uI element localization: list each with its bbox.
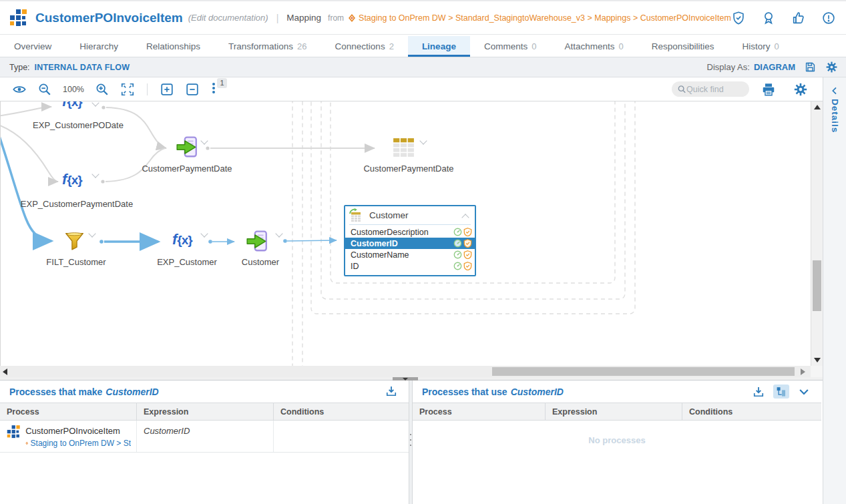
column-header-expression[interactable]: Expression [137,403,274,420]
fit-to-screen-icon[interactable] [120,82,135,97]
node-filt-customer-icon[interactable] [64,231,85,254]
horizontal-scrollbar[interactable] [0,366,811,377]
export-download-icon[interactable] [385,385,398,398]
node-label: EXP_Customer [157,257,217,267]
page-title: CustomerPOInvoiceItem [35,11,183,25]
resource-diamond-icon [25,440,28,447]
quick-find-input[interactable] [686,85,744,94]
tab-attachments[interactable]: Attachments0 [550,36,637,57]
field-row-customerid[interactable]: CustomerID [345,238,475,249]
node-exp-customerpodate-icon[interactable]: f{x} [62,101,82,110]
column-header-expression[interactable]: Expression [546,403,682,420]
divider-drag-dots [410,434,411,446]
scroll-up-arrow[interactable] [814,105,821,109]
scroll-left-arrow[interactable] [3,368,7,375]
alert-circle-icon[interactable] [821,11,836,25]
field-row-customerdescription[interactable]: CustomerDescription [345,226,475,238]
expand-all-icon[interactable] [160,82,174,97]
tab-history[interactable]: History0 [728,36,793,57]
table-icon [349,208,363,223]
view-eye-icon[interactable] [12,82,27,97]
process-path-link[interactable]: Staging to OnPrem DW > St [25,439,131,448]
horizontal-scrollbar-thumb[interactable] [492,367,795,376]
node-exp-customer-icon[interactable]: f{x} [172,231,192,248]
type-bar: Type: INTERNAL DATA FLOW Display As: DIA… [0,57,846,77]
processes-use-column-headers: Process Expression Conditions [413,403,821,421]
certification-ribbon-icon[interactable] [761,11,776,25]
customer-table-title: Customer [369,210,409,220]
column-header-process[interactable]: Process [413,403,546,420]
node-exp-customerpaymentdate-icon[interactable]: f{x} [62,171,82,188]
tab-hierarchy[interactable]: Hierarchy [65,36,132,57]
details-panel-strip: Details [823,77,846,504]
diagram-settings-gear-icon[interactable] [793,82,808,97]
shield-check-icon[interactable] [731,11,746,25]
customer-table-collapse-chevron-icon[interactable] [461,214,469,221]
quick-find-box[interactable] [672,81,749,97]
asset-header: CustomerPOInvoiceItem (Edit documentatio… [0,0,846,35]
profiling-gauge-icon [453,228,462,236]
node-customerpaymentdate-table-icon[interactable] [391,136,416,164]
tab-bar: Overview Hierarchy Relationships Transfo… [0,36,846,57]
tab-responsibilities[interactable]: Responsibilities [638,36,728,57]
tab-transformations[interactable]: Transformations26 [214,36,321,57]
display-as-value[interactable]: DIAGRAM [754,62,795,72]
settings-gear-icon[interactable] [825,61,838,73]
collapse-all-icon[interactable] [185,82,200,97]
display-as-label: Display As: [707,62,750,72]
node-customer-port-icon[interactable] [245,230,269,256]
from-label: from [328,13,344,23]
node-label: FILT_Customer [46,257,105,267]
tab-lineage[interactable]: Lineage [408,36,470,57]
edit-documentation-link[interactable]: (Edit documentation) [188,13,268,23]
column-header-process[interactable]: Process [0,403,137,420]
trust-shield-icon [463,262,472,270]
tree-view-toggle-icon[interactable] [773,385,789,399]
tab-overview[interactable]: Overview [0,36,65,57]
collapse-panel-chevron-icon[interactable] [797,385,811,399]
profiling-gauge-icon [453,239,462,248]
zoom-in-icon[interactable] [95,82,110,97]
processes-make-panel: Processes that makeCustomerID Process Ex… [0,381,409,504]
overlay-options-button[interactable]: 1 [209,81,222,98]
expression-value: CustomerID [144,426,190,436]
thumbs-up-icon[interactable] [791,11,806,25]
column-header-conditions[interactable]: Conditions [274,403,409,420]
scroll-right-arrow[interactable] [801,368,805,375]
header-separator: | [276,13,279,23]
expand-details-chevron-icon[interactable] [829,85,840,96]
toolbar-separator [147,83,148,95]
node-customerpaymentdate-port-icon[interactable] [175,136,199,162]
object-type-label: Mapping [286,13,321,23]
process-table-row[interactable]: CustomerPOInvoiceItem Staging to OnPrem … [0,421,409,453]
details-panel-tab[interactable]: Details [829,99,840,133]
vertical-scrollbar[interactable] [811,101,823,366]
field-row-customername[interactable]: CustomerName [345,249,475,260]
processes-use-title: Processes that useCustomerID [422,387,564,397]
vertical-scrollbar-thumb[interactable] [813,260,821,311]
tab-relationships[interactable]: Relationships [132,36,214,57]
type-label: Type: [9,63,30,72]
processes-make-column-headers: Process Expression Conditions [0,403,409,421]
column-header-conditions[interactable]: Conditions [682,403,821,420]
field-row-id[interactable]: ID [345,260,475,272]
tab-comments[interactable]: Comments0 [470,36,551,57]
node-label: CustomerPaymentDate [142,164,232,174]
zoom-out-icon[interactable] [37,82,52,97]
customer-table-node[interactable]: Customer CustomerDescription CustomerID … [344,205,476,276]
mapping-icon [7,425,21,439]
divider [349,224,471,225]
node-label: EXP_CustomerPODate [33,120,124,130]
trust-shield-icon [463,228,472,236]
tab-connections[interactable]: Connections2 [321,36,408,57]
trust-shield-icon [463,239,472,248]
scroll-down-arrow[interactable] [814,358,821,362]
node-label: Customer [242,257,279,267]
customer-table-header[interactable]: Customer [345,206,475,224]
save-icon[interactable] [804,61,817,73]
print-icon[interactable] [761,82,776,97]
lineage-canvas[interactable]: f{x} EXP_CustomerPODate CustomerPaymentD… [0,101,811,366]
export-download-icon[interactable] [752,385,765,399]
breadcrumb[interactable]: Staging to OnPrem DW > Standard_Stagingt… [348,13,731,23]
profiling-gauge-icon [453,250,462,259]
